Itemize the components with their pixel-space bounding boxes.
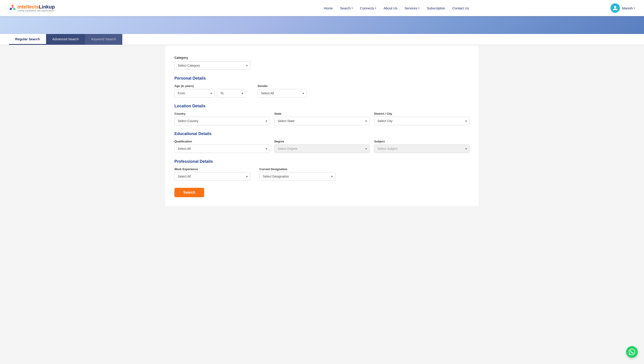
professional-details-section: Professional Details Work Experience Sel… [174, 159, 470, 181]
search-button[interactable]: Search [174, 188, 204, 197]
degree-select-wrapper: Select Degree ▾ [274, 144, 370, 153]
city-field-group: District / City Select City ▾ [374, 112, 470, 125]
nav-contact[interactable]: Contact Us [452, 6, 469, 10]
age-field-group: Age (in years) From 181920 ▾ To 304050 [174, 84, 246, 98]
logo-icon [9, 4, 16, 12]
category-section: Category Select Category ▾ [174, 56, 470, 70]
whatsapp-icon [629, 349, 635, 355]
hero-banner [0, 16, 644, 34]
age-gender-row: Age (in years) From 181920 ▾ To 304050 [174, 84, 470, 98]
nav-home[interactable]: Home [324, 6, 333, 10]
tabs-row: Regular Search Advanced Search Keyword S… [0, 34, 644, 45]
designation-field-group: Current Designation Select Designation ▾ [260, 168, 340, 181]
state-field-group: State Select State ▾ [274, 112, 370, 125]
nav-search[interactable]: Search ▾ [340, 6, 353, 10]
category-label: Category [174, 56, 470, 60]
country-label: Country [174, 112, 270, 115]
svg-point-1 [10, 8, 12, 10]
country-field-group: Country Select Country India ▾ [174, 112, 270, 125]
degree-label: Degree [274, 140, 370, 143]
tab-keyword-search[interactable]: Keyword Search [85, 34, 122, 45]
nav-connects[interactable]: Connects ▾ [360, 6, 376, 10]
age-from-to-row: From 181920 ▾ To 304050 ▾ [174, 89, 246, 98]
designation-label: Current Designation [260, 168, 340, 171]
qualification-select[interactable]: Select All [174, 144, 270, 153]
degree-select[interactable]: Select Degree [274, 144, 370, 153]
qualification-field-group: Qualification Select All ▾ [174, 140, 270, 153]
logo-text: IntellectsLinkup [18, 4, 55, 10]
location-details-title: Location Details [174, 104, 470, 108]
nav-subscription[interactable]: Subscription [427, 6, 445, 10]
personal-details-section: Personal Details Age (in years) From 181… [174, 76, 470, 98]
category-select[interactable]: Select Category [174, 61, 250, 70]
subject-field-group: Subject Select Subject ▾ [374, 140, 470, 153]
experience-select-wrapper: Select All ▾ [174, 172, 250, 181]
category-select-wrapper: Select Category ▾ [174, 61, 250, 70]
whatsapp-fab[interactable] [626, 346, 638, 358]
city-select-wrapper: Select City ▾ [374, 117, 470, 125]
designation-select[interactable]: Select Designation [260, 172, 336, 181]
degree-field-group: Degree Select Degree ▾ [274, 140, 370, 153]
educational-row: Qualification Select All ▾ Degree Select… [174, 140, 470, 153]
age-to-select[interactable]: To 304050 [217, 89, 246, 98]
logo[interactable]: IntellectsLinkup Linking Capabilities wi… [9, 4, 55, 12]
nav-user-area: Manish ▾ [610, 3, 635, 13]
age-from-wrapper: From 181920 ▾ [174, 89, 215, 98]
qualification-label: Qualification [174, 140, 270, 143]
experience-select[interactable]: Select All [174, 172, 250, 181]
nav-services[interactable]: Services ▾ [404, 6, 420, 10]
city-select[interactable]: Select City [374, 117, 470, 125]
educational-details-title: Educational Details [174, 132, 470, 136]
location-row: Country Select Country India ▾ State Sel… [174, 112, 470, 125]
tab-regular-search[interactable]: Regular Search [9, 34, 46, 45]
age-from-select[interactable]: From 181920 [174, 89, 215, 98]
experience-label: Work Experience [174, 168, 255, 171]
age-to-wrapper: To 304050 ▾ [217, 89, 246, 98]
logo-tagline: Linking Capabilities with Opportunities … [18, 10, 55, 12]
subject-select-wrapper: Select Subject ▾ [374, 144, 470, 153]
gender-field-group: Gender Select All Male Female Other ▾ [258, 84, 307, 98]
state-select[interactable]: Select State [274, 117, 370, 125]
user-name-label[interactable]: Manish ▾ [622, 6, 635, 10]
age-label: Age (in years) [174, 84, 246, 88]
svg-point-2 [13, 8, 16, 10]
country-select[interactable]: Select Country India [174, 117, 270, 125]
educational-details-section: Educational Details Qualification Select… [174, 132, 470, 153]
nav-about[interactable]: About Us [384, 6, 397, 10]
svg-point-0 [12, 5, 14, 7]
svg-point-3 [12, 7, 14, 8]
country-select-wrapper: Select Country India ▾ [174, 117, 270, 125]
gender-select-wrapper: Select All Male Female Other ▾ [258, 89, 307, 98]
city-label: District / City [374, 112, 470, 115]
qualification-select-wrapper: Select All ▾ [174, 144, 270, 153]
gender-label: Gender [258, 84, 307, 88]
location-details-section: Location Details Country Select Country … [174, 104, 470, 125]
professional-row: Work Experience Select All ▾ Current Des… [174, 168, 470, 181]
nav-links: Home Search ▾ Connects ▾ About Us Servic… [324, 6, 469, 10]
gender-select[interactable]: Select All Male Female Other [258, 89, 307, 98]
subject-label: Subject [374, 140, 470, 143]
designation-select-wrapper: Select Designation ▾ [260, 172, 336, 181]
tab-advanced-search[interactable]: Advanced Search [46, 34, 85, 45]
navbar: IntellectsLinkup Linking Capabilities wi… [0, 0, 644, 16]
main-content: Category Select Category ▾ Personal Deta… [166, 45, 478, 206]
state-select-wrapper: Select State ▾ [274, 117, 370, 125]
experience-field-group: Work Experience Select All ▾ [174, 168, 255, 181]
subject-select[interactable]: Select Subject [374, 144, 470, 153]
professional-details-title: Professional Details [174, 159, 470, 164]
personal-details-title: Personal Details [174, 76, 470, 81]
state-label: State [274, 112, 370, 115]
avatar[interactable] [610, 3, 620, 13]
